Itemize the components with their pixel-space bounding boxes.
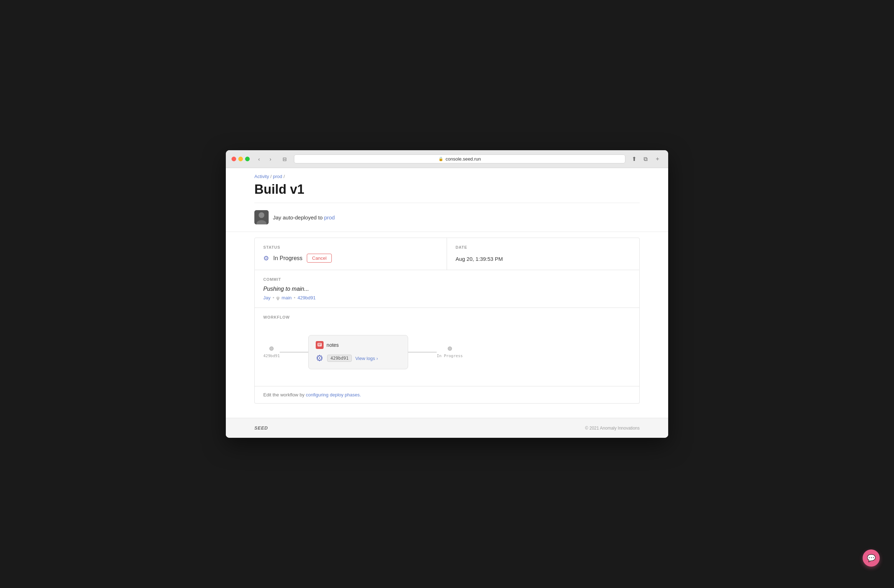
page-footer: SEED © 2021 Anomaly Innovations [226,418,668,438]
maximize-button[interactable] [245,157,250,161]
commit-section: COMMIT Pushing to main... Jay • ψ main •… [254,270,640,308]
forward-button[interactable]: › [266,155,275,163]
meta-sep2: • [294,295,296,301]
footer-brand: SEED [254,425,268,431]
info-grid-inner: STATUS ⚙ In Progress Cancel DATE Aug 20,… [255,238,639,270]
footer-copyright: © 2021 Anomaly Innovations [585,426,640,431]
author-link[interactable]: prod [324,215,335,221]
breadcrumb-prod[interactable]: prod [273,174,282,179]
url-text: console.seed.run [445,156,481,162]
status-cell: STATUS ⚙ In Progress Cancel [255,238,447,270]
left-line [280,352,308,352]
workflow-footer: Edit the workflow by configuring deploy … [254,386,640,404]
commit-message: Pushing to main... [263,286,631,292]
page-content: Activity / prod / Build v1 Jay auto-depl… [226,168,668,438]
left-dot [269,346,273,351]
configure-link[interactable]: configuring deploy phases. [306,392,361,398]
share-button[interactable]: ⬆ [630,154,639,163]
duplicate-button[interactable]: ⧉ [642,154,649,163]
page-title: Build v1 [226,182,668,203]
browser-actions: ⬆ ⧉ ＋ [630,154,663,163]
node-name: notes [326,342,338,348]
svg-point-1 [259,212,264,218]
breadcrumb-sep2: / [284,174,285,179]
info-grid: STATUS ⚙ In Progress Cancel DATE Aug 20,… [254,237,640,270]
avatar [254,210,269,224]
workflow-label: WORKFLOW [263,315,631,319]
workflow-node: notes ⚙ 429bd91 View logs › [308,335,408,369]
workflow-left: 429bd91 [263,346,280,358]
browser-chrome: ‹ › ⊟ 🔒 console.seed.run ⬆ ⧉ ＋ [226,150,668,168]
close-button[interactable] [231,157,236,161]
node-header: notes [316,341,401,349]
right-dot [448,346,452,351]
commit-meta: Jay • ψ main • 429bd91 [263,295,631,301]
author-text: Jay auto-deployed to prod [273,215,335,221]
nav-buttons: ‹ › [254,155,275,163]
commit-author[interactable]: Jay [263,295,270,301]
footer-edit-text: Edit the workflow by [263,392,305,398]
commit-hash[interactable]: 429bd91 [297,295,316,301]
cancel-button[interactable]: Cancel [307,254,332,263]
breadcrumb: Activity / prod / [226,168,668,182]
chat-icon: 💬 [867,554,876,562]
node-app-icon [316,341,323,349]
breadcrumb-activity[interactable]: Activity [254,174,269,179]
chat-button[interactable]: 💬 [862,549,880,567]
lock-icon: 🔒 [438,157,444,161]
minimize-button[interactable] [238,157,243,161]
in-progress-label: In Progress [436,354,463,358]
commit-label: COMMIT [263,277,631,281]
status-row: ⚙ In Progress Cancel [263,254,438,263]
address-bar[interactable]: 🔒 console.seed.run [294,154,625,163]
date-value: Aug 20, 1:39:53 PM [456,254,631,262]
node-commit-tag: 429bd91 [327,355,352,362]
svg-rect-4 [318,343,321,344]
back-button[interactable]: ‹ [254,155,264,163]
browser-window: ‹ › ⊟ 🔒 console.seed.run ⬆ ⧉ ＋ Activity … [226,150,668,438]
new-tab-button[interactable]: ＋ [652,154,663,163]
workflow-diagram: 429bd91 notes [263,328,631,376]
node-body: ⚙ 429bd91 View logs › [316,353,401,363]
status-text: In Progress [273,255,302,262]
svg-rect-5 [318,345,320,345]
gear-icon: ⚙ [263,254,269,262]
date-cell: DATE Aug 20, 1:39:53 PM [447,238,639,270]
workflow-right: In Progress [436,346,463,358]
status-label: STATUS [263,245,438,249]
date-label: DATE [456,245,631,249]
meta-sep1: • [273,295,274,301]
left-commit-label: 429bd91 [263,354,280,358]
traffic-lights [231,157,250,161]
sidebar-button[interactable]: ⊟ [280,155,290,163]
workflow-section: WORKFLOW 429bd91 [254,308,640,386]
node-gear-icon: ⚙ [316,353,323,363]
view-logs-link[interactable]: View logs › [355,356,378,361]
branch-icon: ψ [276,295,280,301]
author-section: Jay auto-deployed to prod [226,203,668,232]
commit-branch[interactable]: main [281,295,291,301]
author-action: auto-deployed to [283,215,324,221]
right-line [408,352,436,352]
author-name: Jay [273,215,281,221]
breadcrumb-sep1: / [270,174,272,179]
